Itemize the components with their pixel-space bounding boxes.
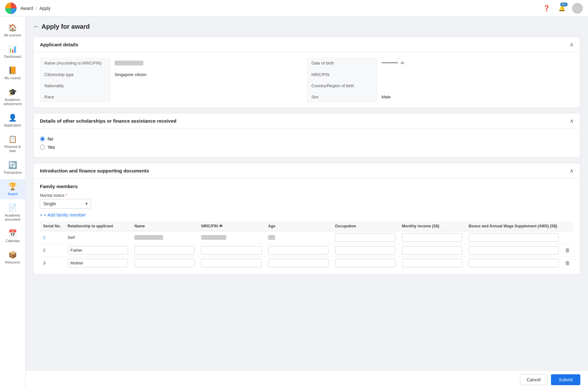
sidebar-item-application[interactable]: 👤Application (0, 111, 25, 131)
row3-name-input[interactable] (134, 259, 195, 267)
row3-relationship-input[interactable] (68, 259, 128, 267)
row1-income (399, 231, 465, 244)
sidebar-label-resource: Resource (5, 260, 20, 264)
applicant-details-header[interactable]: Applicant details ∧ (34, 37, 580, 52)
help-button[interactable]: ❓ (541, 3, 552, 13)
row1-action (562, 231, 574, 244)
sidebar-label-transaction: Transaction (4, 171, 22, 175)
row2-age-input[interactable] (268, 246, 328, 255)
name-blurred: ████████ (115, 61, 143, 65)
row3-bonus-input[interactable] (469, 259, 559, 267)
logo-icon (5, 3, 17, 14)
radio-no-label: No (48, 136, 53, 141)
details-row-1: Name (According to NRIC/FIN) ████████ Da… (40, 57, 574, 69)
sidebar-item-request-task[interactable]: 📋Request & task (0, 132, 25, 156)
main-layout: 🏠All courses📊Dashboard📙My course🎓Academi… (0, 17, 588, 389)
row1-nric: ███████ (198, 231, 265, 244)
intro-finance-body: Family members Marital status * SingleMa… (34, 179, 580, 274)
add-family-member-button[interactable]: + + Add family member (40, 212, 86, 217)
radio-yes[interactable]: Yes (40, 145, 574, 150)
sidebar-item-transaction[interactable]: 🔄Transaction (0, 158, 25, 178)
col-nric: NRIC/FIN 👁 (198, 221, 265, 231)
sidebar-item-award[interactable]: 🏆Award (0, 179, 25, 199)
family-members-title: Family members (40, 184, 574, 189)
row1-age: ██ (265, 231, 332, 244)
applicant-details-title: Applicant details (40, 42, 78, 47)
dob-value: ********** 👁 (377, 57, 574, 69)
radio-no[interactable]: No (40, 136, 574, 141)
row2-bonus (465, 244, 562, 257)
sidebar-item-calendar[interactable]: 📅Calendar (0, 226, 25, 246)
sidebar-label-my-course: My course (4, 76, 21, 80)
row3-delete-button[interactable]: 🗑 (565, 260, 570, 266)
row3-age (265, 257, 332, 270)
row1-relationship: Self (64, 231, 131, 244)
row3-income-input[interactable] (402, 259, 462, 267)
sex-half: Sex Male (307, 91, 574, 103)
row2-occupation-input[interactable] (335, 246, 395, 255)
sidebar-item-academic-advisement[interactable]: 🎓Academic advisement (0, 85, 25, 109)
row3-occupation-input[interactable] (335, 259, 395, 267)
row2-name-input[interactable] (134, 246, 195, 255)
radio-no-input[interactable] (40, 136, 45, 141)
row3-relationship (64, 257, 131, 270)
col-bonus-aws: Bonus and Annual Wage Supplement (AWS) (… (465, 221, 562, 231)
footer-actions: Cancel Submit (26, 370, 588, 389)
back-button[interactable]: ← (33, 23, 39, 30)
row2-serial: 2 (40, 244, 64, 257)
row2-delete-button[interactable]: 🗑 (565, 248, 570, 253)
sidebar-item-all-courses[interactable]: 🏠All courses (0, 20, 25, 41)
citizenship-value: Singapore citizen (110, 69, 307, 80)
race-value (110, 91, 307, 103)
row3-nric (198, 257, 265, 270)
eye-icon[interactable]: 👁 (400, 61, 405, 66)
row3-name (131, 257, 198, 270)
notification-badge: 99+ (560, 3, 568, 6)
applicant-details-card: Applicant details ∧ Name (According to N… (33, 37, 580, 108)
scholarships-title: Details of other scholarships or finance… (40, 118, 177, 124)
avatar[interactable] (572, 3, 583, 14)
sidebar-label-request-task: Request & task (1, 145, 24, 153)
marital-status-label: Marital status * (40, 193, 574, 198)
row2-relationship-input[interactable] (68, 246, 128, 255)
scholarships-body: No Yes (34, 129, 580, 157)
sidebar-item-my-course[interactable]: 📙My course (0, 63, 25, 83)
marital-status-select-wrapper: SingleMarriedDivorcedWidowed ▼ (40, 199, 91, 209)
sidebar-label-award: Award (8, 192, 18, 196)
intro-finance-header[interactable]: Introduction and finance supporting docu… (34, 163, 580, 179)
marital-status-group: Marital status * SingleMarriedDivorcedWi… (40, 193, 574, 209)
breadcrumb: Award / Apply (20, 6, 50, 11)
marital-status-select[interactable]: SingleMarriedDivorcedWidowed (40, 199, 91, 209)
row2-name (131, 244, 198, 257)
country-half: Country/Region of birth (307, 80, 574, 91)
row2-income (399, 244, 465, 257)
race-label: Race (40, 91, 110, 103)
row3-nric-input[interactable] (201, 259, 261, 267)
sidebar-label-application: Application (4, 123, 21, 127)
nric-half: NRIC/FIN (307, 69, 574, 80)
notifications-button[interactable]: 🔔 99+ (557, 3, 567, 13)
row2-nric (198, 244, 265, 257)
row2-action: 🗑 (562, 244, 574, 257)
details-row-4: Race Sex Male (40, 91, 574, 103)
row3-age-input[interactable] (268, 259, 328, 267)
cancel-button[interactable]: Cancel (520, 374, 547, 385)
sidebar-item-resource[interactable]: 📦Resource (0, 248, 25, 268)
sidebar-icon-award: 🏆 (8, 182, 17, 191)
nric-eye-icon: 👁 (219, 224, 223, 228)
row2-income-input[interactable] (402, 246, 462, 255)
nationality-value (110, 80, 307, 91)
row2-age (265, 244, 332, 257)
row1-occupation-input[interactable] (335, 233, 395, 242)
row2-bonus-input[interactable] (469, 246, 559, 255)
submit-button[interactable]: Submit (551, 374, 580, 385)
radio-yes-input[interactable] (40, 145, 45, 150)
applicant-details-chevron: ∧ (570, 42, 574, 48)
breadcrumb-separator: / (35, 6, 37, 11)
row1-bonus-input[interactable] (469, 233, 559, 242)
sidebar-item-academic-document[interactable]: 📄Academic document (0, 201, 25, 225)
row1-income-input[interactable] (402, 233, 462, 242)
row2-nric-input[interactable] (201, 246, 261, 255)
scholarships-header[interactable]: Details of other scholarships or finance… (34, 113, 580, 129)
sidebar-item-dashboard[interactable]: 📊Dashboard (0, 42, 25, 62)
